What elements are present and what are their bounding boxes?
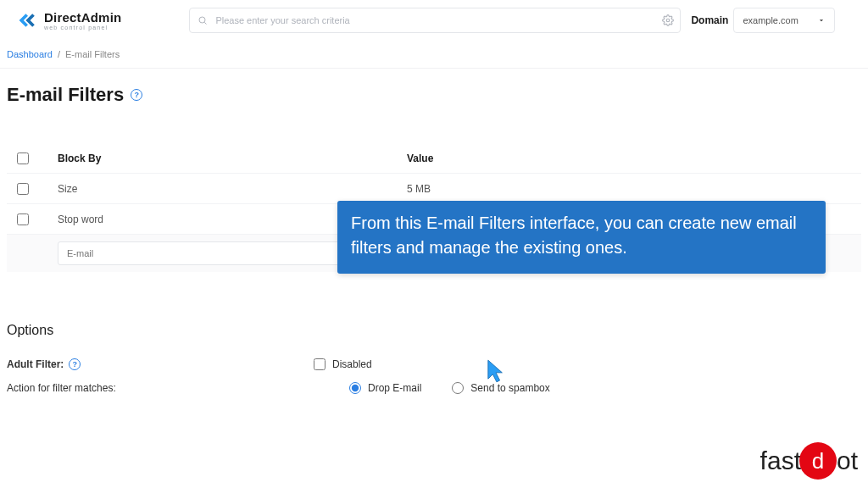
col-blockby: Block By <box>58 152 407 164</box>
help-icon[interactable]: ? <box>69 358 81 370</box>
action-spam-radio[interactable] <box>452 382 464 394</box>
domain-select[interactable]: example.com <box>733 8 835 33</box>
domain-label: Domain <box>691 14 728 26</box>
search-input[interactable] <box>189 8 681 33</box>
brand-title: DirectAdmin <box>44 11 121 24</box>
select-all-checkbox[interactable] <box>17 152 29 164</box>
page-title: E-mail Filters <box>7 84 124 106</box>
domain-value: example.com <box>743 15 798 25</box>
cursor-icon <box>487 358 505 384</box>
svg-point-0 <box>199 17 205 23</box>
breadcrumb-sep: / <box>58 49 60 59</box>
options-title: Options <box>7 323 861 338</box>
cell-blockby: Size <box>58 183 407 195</box>
brand-subtitle: web control panel <box>44 25 121 30</box>
row-checkbox[interactable] <box>17 214 29 225</box>
directadmin-icon <box>17 9 39 31</box>
cell-value: 5 MB <box>407 183 861 195</box>
breadcrumb-dashboard[interactable]: Dashboard <box>7 49 53 59</box>
tutorial-tooltip: From this E-mail Filters interface, you … <box>337 201 826 274</box>
row-checkbox[interactable] <box>17 183 29 195</box>
adult-filter-toggle[interactable]: Disabled <box>314 358 372 370</box>
watermark-dot: d <box>799 442 837 480</box>
help-icon[interactable]: ? <box>131 89 142 101</box>
table-row: Size 5 MB <box>7 174 861 204</box>
action-drop-label: Drop E-mail <box>368 382 421 394</box>
col-value: Value <box>407 152 861 164</box>
action-label: Action for filter matches: <box>7 382 116 394</box>
adult-filter-label: Adult Filter: <box>7 358 64 370</box>
action-spam-label: Send to spambox <box>470 382 549 394</box>
action-drop-radio[interactable] <box>349 382 361 394</box>
chevron-down-icon <box>817 16 826 25</box>
breadcrumb-current: E-mail Filters <box>65 49 120 59</box>
brand-logo[interactable]: DirectAdmin web control panel <box>17 9 121 31</box>
watermark-post: ot <box>837 446 858 475</box>
action-spam-option[interactable]: Send to spambox <box>452 382 549 394</box>
watermark-pre: fast <box>760 446 801 475</box>
gear-icon[interactable] <box>662 14 674 26</box>
add-filter-input[interactable] <box>58 241 346 265</box>
adult-filter-checkbox[interactable] <box>314 358 326 370</box>
search-icon <box>198 15 208 25</box>
svg-point-2 <box>667 19 670 22</box>
watermark: fastdot <box>760 442 858 480</box>
svg-line-1 <box>205 22 207 24</box>
action-drop-option[interactable]: Drop E-mail <box>349 382 421 394</box>
breadcrumb: Dashboard / E-mail Filters <box>0 41 868 69</box>
adult-filter-value: Disabled <box>332 358 372 370</box>
